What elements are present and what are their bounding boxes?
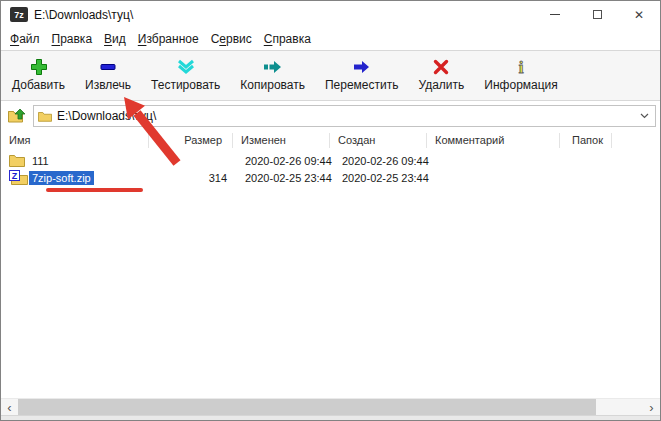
file-row[interactable]: 1112020-02-26 09:442020-02-26 09:44 <box>1 152 660 169</box>
7zip-app-icon: 7z <box>10 7 28 22</box>
red-underline-annotation <box>46 188 143 192</box>
test-chevrons-icon <box>176 56 196 77</box>
copy-arrow-icon <box>263 56 283 77</box>
move-button[interactable]: Переместить <box>315 55 409 93</box>
chevron-down-icon[interactable] <box>640 113 649 119</box>
copy-button[interactable]: Копировать <box>230 55 315 93</box>
scroll-left-arrow[interactable]: ‹ <box>1 399 18 415</box>
column-header-size[interactable]: Размер <box>149 133 233 148</box>
seven-zip-file-manager-window: 7z E:\Downloads\туц\ ✕ ФайлПравкаВидИзбр… <box>0 0 661 421</box>
svg-text:i: i <box>519 58 524 77</box>
horizontal-scrollbar[interactable]: ‹ › <box>1 398 660 415</box>
add-plus-icon <box>29 56 49 77</box>
menu-bar: ФайлПравкаВидИзбранноеСервисСправка <box>1 28 660 50</box>
window-title: E:\Downloads\туц\ <box>34 8 133 22</box>
delete-button[interactable]: Удалить <box>409 55 475 93</box>
menu-file[interactable]: Файл <box>4 30 46 48</box>
folder-up-icon <box>8 108 27 124</box>
copy-button-label: Копировать <box>240 78 305 92</box>
toolbar: ДобавитьИзвлечьТестироватьКопироватьПере… <box>1 50 660 101</box>
info-icon: i <box>511 56 531 77</box>
file-row[interactable]: Z7zip-soft.zip3142020-02-25 23:442020-02… <box>1 169 660 186</box>
column-header-modified[interactable]: Изменен <box>233 133 330 148</box>
add-button[interactable]: Добавить <box>2 55 75 93</box>
file-created: 2020-02-25 23:44 <box>334 172 431 184</box>
file-name-cell: 111 <box>9 154 153 168</box>
file-name-cell: Z7zip-soft.zip <box>9 170 153 185</box>
info-button-label: Информация <box>484 78 557 92</box>
column-header-created[interactable]: Создан <box>330 133 427 148</box>
menu-tools[interactable]: Сервис <box>205 30 258 48</box>
window-bottom-edge <box>1 415 660 420</box>
file-name[interactable]: 7zip-soft.zip <box>29 171 94 185</box>
folder-icon <box>9 154 29 167</box>
file-created: 2020-02-26 09:44 <box>334 155 431 167</box>
column-header-comment[interactable]: Комментарий <box>427 133 560 148</box>
menu-view[interactable]: Вид <box>98 30 132 48</box>
test-button[interactable]: Тестировать <box>141 55 230 93</box>
maximize-icon <box>593 10 602 19</box>
extract-button[interactable]: Извлечь <box>75 55 141 93</box>
delete-button-label: Удалить <box>419 78 465 92</box>
maximize-button[interactable] <box>576 1 618 28</box>
info-button[interactable]: iИнформация <box>474 55 567 93</box>
menu-help[interactable]: Справка <box>258 30 317 48</box>
move-button-label: Переместить <box>325 78 399 92</box>
column-header-folders[interactable]: Папок <box>560 133 612 148</box>
move-arrow-icon <box>352 56 372 77</box>
folder-icon <box>38 110 52 122</box>
column-headers: ИмяРазмерИзмененСозданКомментарийПапок <box>1 131 660 150</box>
close-icon: ✕ <box>634 9 644 21</box>
up-one-level-button[interactable] <box>5 104 29 128</box>
scroll-right-arrow[interactable]: › <box>643 399 660 415</box>
menu-edit[interactable]: Правка <box>46 30 99 48</box>
minimize-button[interactable] <box>534 1 576 28</box>
file-size: 314 <box>153 172 237 184</box>
address-combobox[interactable]: E:\Downloads\туц\ <box>33 105 656 127</box>
file-modified: 2020-02-26 09:44 <box>237 155 334 167</box>
extract-minus-icon <box>98 56 118 77</box>
address-path: E:\Downloads\туц\ <box>57 109 156 123</box>
test-button-label: Тестировать <box>151 78 220 92</box>
minimize-icon <box>550 14 560 15</box>
file-name[interactable]: 111 <box>29 154 52 168</box>
extract-button-label: Извлечь <box>85 78 131 92</box>
scrollbar-thumb[interactable] <box>18 399 596 415</box>
delete-x-icon <box>431 56 451 77</box>
zip-archive-icon: Z <box>9 170 29 185</box>
column-header-name[interactable]: Имя <box>5 133 149 148</box>
address-bar: E:\Downloads\туц\ <box>1 101 660 131</box>
file-modified: 2020-02-25 23:44 <box>237 172 334 184</box>
close-button[interactable]: ✕ <box>618 1 660 28</box>
menu-favorites[interactable]: Избранное <box>132 30 205 48</box>
svg-text:Z: Z <box>12 171 18 181</box>
window-controls: ✕ <box>534 1 660 28</box>
file-list[interactable]: 1112020-02-26 09:442020-02-26 09:44Z7zip… <box>1 150 660 398</box>
add-button-label: Добавить <box>12 78 65 92</box>
title-bar: 7z E:\Downloads\туц\ ✕ <box>1 1 660 28</box>
